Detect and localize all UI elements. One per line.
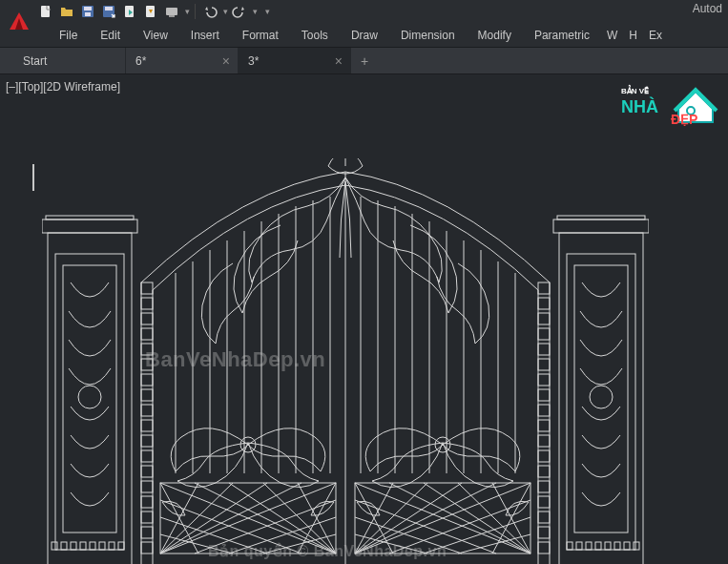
svg-rect-56 [141, 527, 153, 538]
svg-rect-47 [141, 389, 153, 401]
qat-saveas-button[interactable] [99, 2, 118, 21]
viewport-label[interactable]: [–][Top][2D Wireframe] [6, 80, 120, 94]
svg-rect-58 [538, 282, 550, 294]
svg-point-16 [78, 386, 101, 408]
svg-rect-72 [538, 496, 550, 508]
menu-modify[interactable]: Modify [467, 23, 523, 47]
svg-text:ĐẸP: ĐẸP [671, 112, 697, 126]
svg-rect-18 [61, 542, 67, 550]
undo-icon [202, 4, 218, 19]
svg-rect-8 [166, 8, 177, 15]
svg-rect-40 [141, 282, 153, 294]
qat-plot-button[interactable] [162, 2, 181, 21]
menu-tools[interactable]: Tools [290, 23, 340, 47]
qat-undo-caret[interactable]: ▾ [223, 7, 228, 16]
svg-rect-62 [538, 344, 550, 355]
app-logo [6, 10, 32, 31]
menu-help[interactable]: H [623, 23, 643, 47]
svg-rect-19 [71, 542, 76, 550]
svg-rect-73 [538, 512, 550, 523]
svg-rect-3 [85, 12, 91, 16]
tab-label: 3* [248, 54, 259, 68]
menu-draw[interactable]: Draw [340, 23, 389, 47]
svg-rect-42 [141, 313, 153, 324]
svg-rect-59 [538, 298, 550, 309]
svg-rect-11 [48, 233, 132, 564]
svg-rect-5 [105, 7, 113, 10]
tab-6[interactable]: 6* × [126, 48, 239, 73]
tab-label: Start [23, 54, 47, 68]
viewport-cursor-mark [32, 164, 34, 191]
document-tab-bar: Start 6* × 3* × + [0, 48, 728, 74]
svg-rect-2 [84, 7, 92, 10]
svg-rect-43 [141, 328, 153, 340]
svg-rect-20 [80, 542, 86, 550]
tab-3[interactable]: 3* × [239, 48, 351, 73]
right-pillar [553, 216, 649, 564]
svg-rect-21 [90, 542, 95, 550]
svg-rect-60 [538, 313, 550, 324]
svg-rect-57 [141, 542, 153, 554]
lattice-right [355, 483, 530, 554]
tab-start[interactable]: Start [13, 48, 126, 73]
svg-rect-17 [52, 542, 57, 550]
qat-separator [195, 4, 196, 19]
svg-rect-53 [141, 481, 153, 492]
drawing-canvas[interactable]: [–][Top][2D Wireframe] [0, 74, 728, 564]
svg-rect-35 [595, 542, 601, 550]
svg-rect-61 [538, 328, 550, 340]
svg-rect-49 [141, 420, 153, 431]
svg-rect-74 [538, 527, 550, 538]
svg-rect-71 [538, 481, 550, 492]
svg-text:BẢN VẼ: BẢN VẼ [621, 84, 649, 95]
menu-format[interactable]: Format [231, 23, 290, 47]
plot-icon [164, 4, 179, 19]
menu-view[interactable]: View [132, 23, 179, 47]
qat-redo-caret[interactable]: ▾ [253, 7, 258, 16]
redo-icon [232, 4, 247, 19]
svg-rect-26 [553, 219, 649, 233]
tab-add-button[interactable]: + [351, 48, 378, 73]
svg-rect-44 [141, 344, 153, 355]
qat-redo-button[interactable] [230, 2, 249, 21]
menu-file[interactable]: File [48, 23, 89, 47]
qat-import-button[interactable] [120, 2, 139, 21]
menu-dimension[interactable]: Dimension [389, 23, 467, 47]
site-logo-overlay: BẢN VẼ NHÀ ĐẸP [619, 80, 724, 126]
import-icon [122, 4, 137, 19]
svg-rect-9 [169, 15, 175, 17]
qat-save-button[interactable] [78, 2, 97, 21]
menu-parametric[interactable]: Parametric [523, 23, 601, 47]
svg-rect-36 [586, 542, 592, 550]
svg-rect-23 [109, 542, 114, 550]
new-icon [38, 4, 53, 19]
svg-rect-64 [538, 374, 550, 386]
qat-open-button[interactable] [57, 2, 76, 21]
lower-floral-right [365, 428, 520, 488]
svg-rect-33 [614, 542, 620, 550]
svg-rect-55 [141, 512, 153, 523]
qat-export-button[interactable] [141, 2, 160, 21]
open-icon [59, 4, 74, 19]
menu-insert[interactable]: Insert [179, 23, 231, 47]
qat-undo-button[interactable] [200, 2, 219, 21]
qat-plot-caret[interactable]: ▾ [185, 7, 190, 16]
menu-bar: File Edit View Insert Format Tools Draw … [0, 23, 728, 48]
svg-rect-63 [538, 359, 550, 370]
menu-window[interactable]: W [601, 23, 623, 47]
window-title: Autod [693, 2, 722, 15]
svg-rect-50 [141, 435, 153, 447]
close-icon[interactable]: × [335, 53, 343, 69]
menu-express[interactable]: Ex [643, 23, 668, 47]
svg-rect-25 [559, 233, 643, 564]
menu-edit[interactable]: Edit [89, 23, 132, 47]
save-icon [80, 4, 95, 19]
quick-access-toolbar: ▾ ▾ ▾ ▾ [36, 2, 270, 21]
close-icon[interactable]: × [222, 53, 230, 69]
svg-rect-37 [576, 542, 582, 550]
svg-rect-32 [624, 542, 630, 550]
qat-customize-caret[interactable]: ▾ [265, 7, 270, 16]
qat-new-button[interactable] [36, 2, 55, 21]
svg-rect-22 [99, 542, 105, 550]
left-pillar [42, 216, 137, 564]
